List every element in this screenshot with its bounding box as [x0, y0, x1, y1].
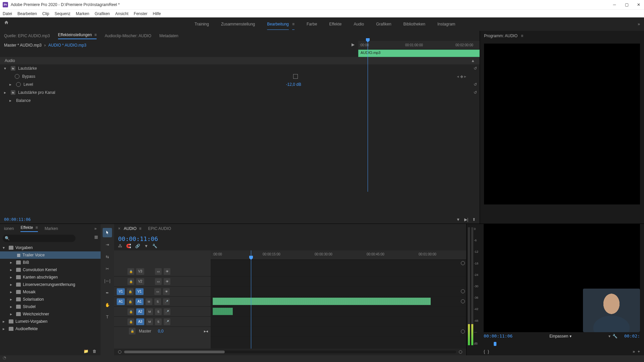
workspace-audio[interactable]: Audio — [354, 22, 364, 26]
slip-tool[interactable]: |↔| — [103, 276, 112, 286]
reset-icon[interactable]: ↺ — [474, 82, 477, 87]
track-header-v2[interactable]: 🔒V2▭👁 — [114, 277, 211, 287]
workspace-menu-icon[interactable]: ≡ — [292, 22, 294, 26]
menu-bearbeiten[interactable]: Bearbeiten — [17, 11, 37, 16]
timeline-timecode[interactable]: 00:00:11:06 — [118, 235, 158, 242]
source-patch-v1[interactable]: V1 — [117, 288, 125, 295]
lock-icon[interactable]: 🔒 — [127, 288, 133, 295]
keyframe-nav[interactable]: ◂ ◆ ▸ — [457, 74, 466, 79]
eye-icon[interactable]: 👁 — [164, 268, 170, 275]
play-only-icon[interactable]: ▶| — [464, 217, 468, 222]
lock-icon[interactable]: 🔒 — [127, 268, 134, 275]
tree-folder-weichzeichner[interactable]: ▸Weichzeichner — [0, 310, 101, 318]
audio-clip-a1[interactable] — [213, 298, 431, 305]
tree-folder-linsen[interactable]: ▸Linsenverzerrungsentfernung — [0, 281, 101, 288]
track-header-master[interactable]: 🔒 Master 0,0 ▸◂ — [114, 327, 211, 336]
effect-timecode[interactable]: 00:00:11:06 — [4, 217, 31, 222]
collapse-icon[interactable]: ▸◂ — [204, 329, 208, 334]
selection-tool[interactable] — [103, 228, 112, 237]
close-button[interactable]: ✕ — [636, 2, 641, 7]
tree-item-trailer-voice[interactable]: ▦Trailer Voice — [0, 251, 101, 259]
scrubber-head-icon[interactable] — [494, 342, 496, 346]
track-header-v3[interactable]: 🔒V3▭👁 — [114, 266, 211, 277]
effects-search-input[interactable] — [3, 235, 75, 242]
lock-icon[interactable]: 🔒 — [127, 298, 133, 305]
lock-icon[interactable]: 🔒 — [127, 308, 134, 315]
fx-badge-icon[interactable]: fx — [11, 66, 15, 71]
workspace-instagram[interactable]: Instagram — [437, 22, 455, 26]
tab-marken[interactable]: Marken — [45, 226, 58, 231]
eye-icon[interactable]: 👁 — [163, 288, 170, 295]
workspace-farbe[interactable]: Farbe — [307, 22, 317, 26]
menu-fenster[interactable]: Fenster — [134, 11, 148, 16]
zoom-handle-icon[interactable] — [461, 329, 465, 334]
zoom-out-icon[interactable] — [118, 350, 121, 354]
collapse-icon[interactable]: ▲ — [471, 58, 475, 63]
tab-effekte[interactable]: Effekte ≡ — [20, 225, 38, 232]
sequence-tab-epic-audio[interactable]: EPIC AUDIO — [148, 226, 171, 231]
zoom-handle-icon[interactable] — [461, 299, 465, 303]
twirl-right-icon[interactable]: ▸ — [9, 82, 13, 87]
tree-folder-kanten[interactable]: ▸Kanten abschrägen — [0, 274, 101, 281]
workspace-zusammenstellung[interactable]: Zusammenstellung — [221, 22, 255, 26]
tab-audioclip-mischer[interactable]: Audioclip-Mischer: AUDIO — [105, 34, 151, 38]
tree-folder-lumetri[interactable]: ▸Lumetri-Vorgaben — [0, 318, 101, 325]
snap-icon[interactable]: 🧲 — [126, 244, 131, 248]
sequence-tab-audio[interactable]: AUDIO ≡ — [124, 226, 141, 231]
twirl-right-icon[interactable]: ▸ — [4, 90, 8, 95]
timeline-zoom-scrollbar[interactable] — [124, 351, 456, 353]
twirl-down-icon[interactable]: ▾ — [4, 66, 8, 71]
tree-folder-solarisation[interactable]: ▸Solarisation — [0, 296, 101, 303]
razor-tool[interactable]: ✂ — [103, 264, 112, 274]
nest-icon[interactable]: ⁂ — [118, 244, 122, 248]
menu-marken[interactable]: Marken — [76, 11, 89, 16]
reset-icon[interactable]: ↺ — [474, 90, 477, 95]
track-header-v1[interactable]: V1🔒V1▭👁 — [114, 287, 211, 297]
close-sequence-icon[interactable]: × — [118, 226, 120, 231]
menu-sequenz[interactable]: Sequenz — [55, 11, 70, 16]
tree-folder-strudel[interactable]: ▸Strudel — [0, 303, 101, 310]
button-editor-overflow-icon[interactable]: » — [633, 349, 635, 354]
track-header-a3[interactable]: 🔒A3MS🎤 — [114, 317, 211, 327]
tab-effekteinstellungen[interactable]: Effekteinstellungen ≡ — [58, 33, 97, 39]
export-icon[interactable]: ⬆ — [472, 217, 476, 222]
mark-in-icon[interactable]: { — [484, 349, 485, 354]
mark-out-icon[interactable]: } — [488, 349, 489, 354]
tab-quelle[interactable]: Quelle: EPIC AUDIO.mp3 — [4, 34, 50, 38]
wrench-icon[interactable]: 🔧 — [612, 334, 618, 339]
type-tool[interactable]: T — [103, 312, 112, 322]
effect-clip-bar[interactable]: AUDIO.mp3 — [358, 50, 480, 57]
audio-clip-a2[interactable] — [213, 308, 233, 315]
maximize-button[interactable]: ▢ — [624, 2, 629, 7]
settings-icon[interactable]: 🔧 — [152, 244, 157, 248]
mic-icon[interactable]: 🎤 — [163, 298, 170, 305]
menu-clip[interactable]: Clip — [42, 11, 49, 16]
level-value[interactable]: -12,0 dB — [286, 82, 301, 87]
fit-dropdown[interactable]: Einpassen ▾ — [549, 334, 572, 339]
bypass-checkbox[interactable] — [293, 74, 298, 79]
zoom-handle-icon[interactable] — [461, 261, 465, 265]
toggle-output-icon[interactable]: ▭ — [154, 288, 161, 295]
tree-folder-bib[interactable]: ▸BiB — [0, 259, 101, 266]
home-button[interactable] — [4, 20, 12, 28]
workspace-bearbeitung[interactable]: Bearbeitung≡ — [267, 22, 294, 26]
track-header-a1[interactable]: A1🔒A1MS🎤 — [114, 297, 211, 307]
menu-datei[interactable]: Datei — [3, 11, 12, 16]
mic-icon[interactable]: 🎤 — [164, 308, 170, 315]
effect-clip-link[interactable]: AUDIO * AUDIO.mp3 — [48, 43, 86, 48]
trash-icon[interactable]: 🗑 — [93, 349, 97, 354]
track-header-a2[interactable]: 🔒A2MS🎤 — [114, 307, 211, 317]
hand-tool[interactable]: ✋ — [103, 300, 112, 310]
program-viewer[interactable] — [484, 44, 640, 204]
timeline-content[interactable]: :00:00 00:00:15:00 00:00:30:00 00:00:45:… — [211, 250, 466, 349]
lock-icon[interactable]: 🔒 — [127, 318, 134, 325]
panel-overflow-icon[interactable]: » — [94, 226, 97, 231]
effect-master-label[interactable]: Master * AUDIO.mp3 — [4, 43, 42, 48]
ripple-edit-tool[interactable]: ⇆ — [103, 252, 112, 261]
tab-metadaten[interactable]: Metadaten — [159, 34, 178, 38]
workspace-training[interactable]: Training — [195, 22, 209, 26]
workspace-overflow-icon[interactable]: » — [638, 22, 640, 26]
menu-ansicht[interactable]: Ansicht — [115, 11, 128, 16]
mic-icon[interactable]: 🎤 — [164, 318, 170, 325]
stopwatch-icon[interactable] — [15, 74, 19, 79]
